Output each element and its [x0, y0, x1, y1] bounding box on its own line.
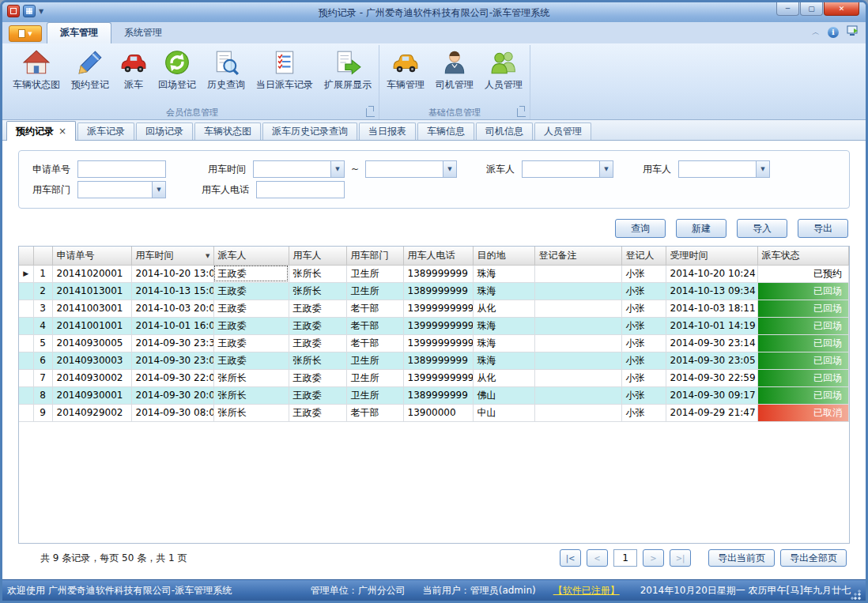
ribbon-item-return-register[interactable]: 回场登记	[153, 45, 202, 93]
cell-phone[interactable]: 13999999999	[403, 300, 473, 317]
cell-remark[interactable]	[534, 404, 621, 421]
cell-department[interactable]: 卫生所	[346, 282, 403, 300]
screen-switch-icon[interactable]	[847, 25, 859, 39]
dialog-launcher-icon[interactable]	[366, 108, 375, 117]
cell-registrar[interactable]: 小张	[621, 282, 666, 300]
table-row[interactable]: 9201409290022014-09-30 08:00张所长王政委老干部139…	[19, 404, 849, 421]
ribbon-item-history-query[interactable]: 历史查询	[202, 45, 251, 93]
table-row[interactable]: 3201410030012014-10-03 20:00王政委王政委老干部139…	[19, 300, 849, 317]
header-accept-time[interactable]: 受理时间	[666, 247, 757, 265]
header-dispatcher[interactable]: 派车人	[213, 247, 289, 265]
table-row[interactable]: 6201409300032014-09-30 23:00王政委张所长卫生所138…	[19, 352, 849, 369]
header-phone[interactable]: 用车人电话	[403, 247, 473, 265]
header-use-time[interactable]: 用车时间▼	[131, 247, 213, 265]
cell-phone[interactable]: 13999999999	[403, 334, 473, 352]
cell-remark[interactable]	[534, 265, 621, 282]
cell-user[interactable]: 王政委	[289, 369, 346, 386]
cell-order-no[interactable]: 20140930005	[52, 334, 131, 352]
ribbon-item-personnel-management[interactable]: 人员管理	[479, 45, 528, 93]
query-button[interactable]: 查询	[615, 219, 666, 238]
use-time-from-picker[interactable]: ▼	[253, 160, 345, 178]
header-status[interactable]: 派车状态	[757, 247, 849, 265]
cell-accept-time[interactable]: 2014-10-03 18:11	[666, 300, 757, 317]
cell-destination[interactable]: 中山	[473, 404, 534, 421]
cell-department[interactable]: 卫生所	[346, 386, 403, 404]
cell-user[interactable]: 王政委	[289, 404, 346, 421]
header-order-no[interactable]: 申请单号	[52, 247, 131, 265]
application-menu-button[interactable]: ▼	[9, 25, 42, 42]
cell-remark[interactable]	[534, 386, 621, 404]
cell-registrar[interactable]: 小张	[621, 369, 666, 386]
cell-accept-time[interactable]: 2014-09-30 09:17	[666, 386, 757, 404]
cell-user[interactable]: 王政委	[289, 334, 346, 352]
dropdown-arrow-icon[interactable]: ▼	[443, 161, 456, 177]
cell-destination[interactable]: 佛山	[473, 386, 534, 404]
table-row[interactable]: 5201409300052014-09-30 23:30王政委王政委老干部139…	[19, 334, 849, 352]
minimize-button[interactable]: ─	[776, 2, 799, 16]
order-no-input[interactable]	[77, 160, 166, 178]
cell-department[interactable]: 老干部	[346, 404, 403, 421]
new-button[interactable]: 新建	[676, 219, 726, 238]
cell-dispatcher[interactable]: 王政委	[213, 265, 289, 282]
cell-use-time[interactable]: 2014-10-13 15:00	[131, 282, 213, 300]
cell-use-time[interactable]: 2014-09-30 20:00	[131, 386, 213, 404]
dropdown-arrow-icon[interactable]: ▼	[756, 161, 769, 177]
header-registrar[interactable]: 登记人	[621, 247, 666, 265]
tab-return-records[interactable]: 回场记录	[136, 122, 193, 140]
header-destination[interactable]: 目的地	[473, 247, 534, 265]
close-tab-icon[interactable]: ×	[58, 126, 66, 137]
cell-phone[interactable]: 1389999999	[403, 265, 473, 282]
cell-user[interactable]: 王政委	[289, 300, 346, 317]
cell-phone[interactable]: 1389999999	[403, 386, 473, 404]
table-row[interactable]: 8201409300012014-09-30 20:00张所长王政委卫生所138…	[19, 386, 849, 404]
maximize-button[interactable]: ▢	[800, 2, 823, 16]
export-button[interactable]: 导出	[798, 219, 848, 238]
ribbon-item-extended-screen[interactable]: 扩展屏显示	[319, 45, 377, 93]
cell-use-time[interactable]: 2014-09-30 23:00	[131, 352, 213, 369]
ribbon-item-driver-management[interactable]: 司机管理	[430, 45, 479, 93]
cell-dispatcher[interactable]: 王政委	[213, 352, 289, 369]
cell-order-no[interactable]: 20141001001	[52, 317, 131, 334]
cell-registrar[interactable]: 小张	[621, 317, 666, 334]
cell-department[interactable]: 卫生所	[346, 265, 403, 282]
user-select[interactable]: ▼	[678, 160, 770, 178]
registration-link[interactable]: 【软件已注册】	[553, 584, 620, 597]
cell-use-time[interactable]: 2014-09-30 22:00	[131, 369, 213, 386]
cell-order-no[interactable]: 20140930002	[52, 369, 131, 386]
cell-remark[interactable]	[534, 300, 621, 317]
last-page-button[interactable]: >|	[670, 549, 691, 567]
resize-grip[interactable]	[851, 590, 861, 601]
cell-department[interactable]: 卫生所	[346, 352, 403, 369]
cell-remark[interactable]	[534, 369, 621, 386]
cell-destination[interactable]: 从化	[473, 369, 534, 386]
cell-registrar[interactable]: 小张	[621, 404, 666, 421]
cell-status[interactable]: 已回场	[757, 334, 849, 352]
cell-remark[interactable]	[534, 317, 621, 334]
tab-driver-info[interactable]: 司机信息	[476, 122, 533, 140]
cell-destination[interactable]: 珠海	[473, 317, 534, 334]
close-button[interactable]: ✕	[824, 2, 859, 16]
cell-status[interactable]: 已预约	[757, 265, 849, 282]
import-button[interactable]: 导入	[737, 219, 787, 238]
dropdown-arrow-icon[interactable]: ▼	[152, 182, 165, 198]
table-row[interactable]: 7201409300022014-09-30 22:00张所长王政委卫生所139…	[19, 369, 849, 386]
cell-accept-time[interactable]: 2014-10-20 10:24	[666, 265, 757, 282]
cell-accept-time[interactable]: 2014-09-29 21:47	[666, 404, 757, 421]
ribbon-tab-dispatch[interactable]: 派车管理	[47, 22, 111, 43]
cell-department[interactable]: 卫生所	[346, 369, 403, 386]
ribbon-item-vehicle-management[interactable]: 车辆管理	[381, 45, 430, 93]
cell-dispatcher[interactable]: 张所长	[213, 404, 289, 421]
cell-accept-time[interactable]: 2014-09-30 22:59	[666, 369, 757, 386]
dispatcher-select[interactable]: ▼	[522, 160, 613, 178]
cell-user[interactable]: 张所长	[289, 282, 346, 300]
cell-department[interactable]: 老干部	[346, 317, 403, 334]
cell-accept-time[interactable]: 2014-09-30 23:14	[666, 334, 757, 352]
table-row[interactable]: ▶1201410200012014-10-20 13:00王政委张所长卫生所13…	[19, 265, 849, 282]
tab-personnel-management[interactable]: 人员管理	[534, 122, 591, 140]
phone-input[interactable]	[256, 181, 345, 198]
cell-remark[interactable]	[534, 352, 621, 369]
cell-status[interactable]: 已回场	[757, 300, 849, 317]
cell-phone[interactable]: 1389999999	[403, 352, 473, 369]
cell-dispatcher[interactable]: 王政委	[213, 317, 289, 334]
cell-use-time[interactable]: 2014-10-20 13:00	[131, 265, 213, 282]
